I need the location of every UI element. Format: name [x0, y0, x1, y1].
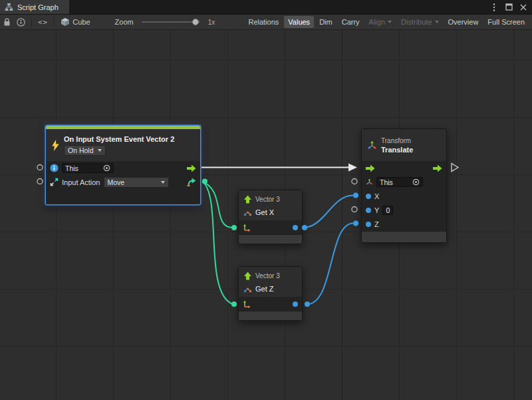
event-this-object-field[interactable]: This — [62, 163, 114, 173]
lock-toggle[interactable] — [3, 18, 11, 27]
wire-vector2-to-get-z[interactable] — [202, 182, 233, 305]
translate-node-title: Translate — [381, 146, 413, 154]
vector2-source-dot[interactable] — [202, 179, 207, 184]
y-value-input[interactable]: 0 — [382, 206, 393, 215]
translate-exec-row — [362, 161, 446, 175]
caret-down-icon — [435, 21, 439, 23]
caret-down-icon — [98, 149, 102, 152]
relations-button[interactable]: Relations — [244, 16, 283, 28]
vector3-input-port[interactable] — [243, 300, 251, 308]
window-controls — [488, 0, 532, 14]
exec-input-port[interactable] — [366, 164, 375, 172]
cube-icon — [61, 17, 70, 27]
kebab-menu-icon — [493, 3, 495, 12]
translate-x-row: X — [362, 189, 446, 203]
y-input-port[interactable] — [366, 208, 371, 213]
info-icon — [17, 18, 25, 27]
inspect-toggle[interactable] — [17, 18, 25, 27]
green-up-arrow-icon — [243, 195, 252, 204]
view-code-button[interactable]: <> — [38, 18, 48, 27]
z-input-port[interactable] — [366, 222, 371, 227]
event-node-title: On Input System Event Vector 2 — [64, 135, 174, 143]
values-button[interactable]: Values — [284, 16, 314, 28]
caret-down-icon — [161, 181, 165, 184]
vector3-input-port[interactable] — [243, 224, 251, 232]
event-this-external-port[interactable] — [37, 165, 43, 170]
get-z-port-row — [239, 297, 302, 311]
object-picker-icon[interactable] — [103, 164, 110, 172]
translate-node-header[interactable]: Transform Translate — [362, 129, 446, 161]
zoom-slider-handle[interactable] — [192, 19, 199, 25]
translate-x-input-dot[interactable] — [353, 193, 358, 198]
info-icon — [50, 164, 59, 172]
toolbar-buttons: Relations Values Dim Carry Align Distrib… — [244, 16, 529, 28]
node-on-input-system-event[interactable]: On Input System Event Vector 2 On Hold T… — [45, 125, 201, 205]
dim-button[interactable]: Dim — [315, 16, 336, 28]
zoom-value: 1x — [208, 19, 215, 26]
get-z-footer — [239, 311, 302, 320]
translate-z-input-dot[interactable] — [353, 221, 358, 226]
window-menu-button[interactable] — [488, 1, 500, 13]
node-vector3-get-x[interactable]: Vector 3 Get X — [238, 190, 303, 244]
script-graph-window: Script Graph — [0, 0, 532, 400]
wire-exec-arrowhead — [348, 164, 357, 172]
event-mode-dropdown[interactable]: On Hold — [64, 145, 106, 156]
graph-object-button[interactable]: Cube — [61, 17, 90, 27]
graph-toolbar: <> Cube Zoom 1x Relations Values Dim Car… — [0, 15, 532, 30]
vector2-output-port[interactable] — [186, 177, 196, 187]
code-icon: <> — [38, 18, 48, 27]
align-dropdown-button[interactable]: Align — [365, 16, 396, 28]
zoom-label: Zoom — [115, 18, 134, 26]
input-action-icon — [50, 178, 59, 186]
translate-this-external-port[interactable] — [352, 179, 357, 184]
event-this-port-row: This — [46, 161, 200, 175]
object-picker-icon[interactable] — [412, 178, 420, 186]
zoom-slider[interactable] — [142, 21, 200, 23]
diagonal-arrows-icon — [243, 284, 252, 293]
wire-get-z-to-translate-z[interactable] — [307, 224, 353, 305]
get-x-footer — [239, 234, 302, 244]
get-z-output-dot[interactable] — [305, 301, 310, 307]
get-x-input-dot[interactable] — [231, 225, 237, 230]
x-input-port[interactable] — [366, 194, 371, 199]
float-output-port[interactable] — [293, 225, 298, 230]
event-action-external-port[interactable] — [37, 179, 43, 184]
input-action-dropdown[interactable]: Move — [104, 177, 169, 188]
maximize-button[interactable] — [503, 1, 515, 13]
overview-button[interactable]: Overview — [444, 16, 483, 28]
wire-vector2-to-get-x[interactable] — [202, 182, 233, 228]
translate-footer — [362, 231, 446, 242]
wire-get-x-to-translate-x[interactable] — [303, 196, 353, 228]
exec-output-port[interactable] — [433, 164, 442, 172]
full-screen-button[interactable]: Full Screen — [483, 16, 529, 28]
float-output-port[interactable] — [293, 301, 298, 307]
graph-canvas[interactable]: On Input System Event Vector 2 On Hold T… — [0, 30, 532, 400]
toolbar-separator — [54, 17, 55, 27]
translate-this-object-field[interactable]: This — [376, 177, 423, 187]
transform-icon — [367, 140, 377, 150]
close-button[interactable] — [517, 1, 529, 13]
node-transform-translate[interactable]: Transform Translate — [361, 128, 447, 243]
get-z-input-dot[interactable] — [231, 301, 237, 307]
get-x-output-dot[interactable] — [302, 225, 307, 230]
event-node-header[interactable]: On Input System Event Vector 2 On Hold — [46, 129, 200, 161]
carry-button[interactable]: Carry — [338, 16, 364, 28]
transform-port-icon — [366, 178, 373, 186]
get-z-header[interactable]: Vector 3 Get Z — [239, 267, 302, 297]
node-vector3-get-z[interactable]: Vector 3 Get Z — [238, 266, 303, 321]
exec-output-port[interactable] — [187, 164, 196, 172]
graph-object-label: Cube — [72, 18, 90, 26]
tab-script-graph[interactable]: Script Graph — [0, 0, 69, 14]
translate-exec-external-port[interactable] — [452, 164, 458, 172]
translate-z-row: Z — [362, 217, 446, 231]
lightning-bolt-icon — [51, 140, 60, 151]
translate-y-external-port[interactable] — [352, 207, 357, 212]
script-graph-icon — [5, 3, 13, 11]
input-action-label: Input Action — [62, 178, 100, 186]
title-bar: Script Graph — [0, 0, 532, 15]
green-up-arrow-icon — [243, 272, 252, 280]
caret-down-icon — [388, 21, 392, 23]
diagonal-arrows-icon — [243, 208, 252, 216]
get-x-header[interactable]: Vector 3 Get X — [239, 190, 302, 220]
distribute-dropdown-button[interactable]: Distribute — [397, 16, 442, 28]
